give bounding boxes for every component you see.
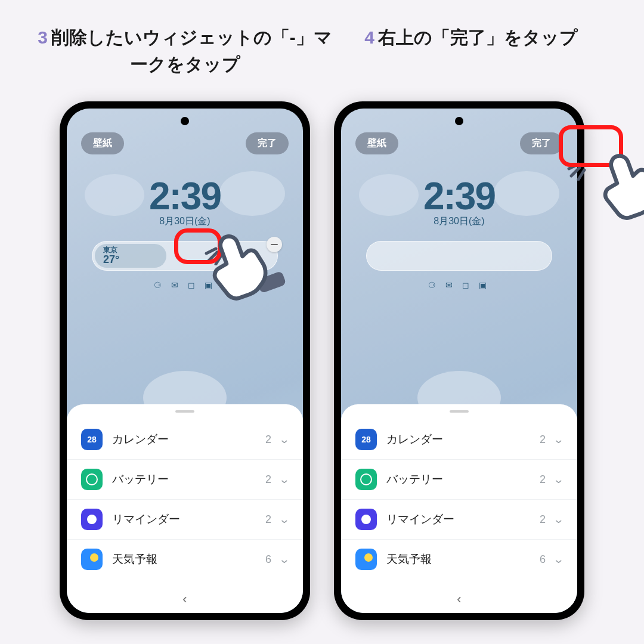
reminder-icon [81, 509, 103, 530]
nav-back-icon[interactable]: ‹ [341, 592, 577, 607]
phone-screen: 壁紙 完了 2:39 8月30日(金) 東京 27° ⚆ ✉ ◻ ▣ 28 [67, 109, 303, 613]
list-label: リマインダー [112, 512, 265, 527]
list-item[interactable]: 28 カレンダー 2 ⌄ [341, 420, 577, 460]
chevron-down-icon: ⌄ [278, 513, 290, 526]
weather-chip: 東京 27° [95, 244, 166, 268]
calendar-icon: 28 [81, 429, 103, 450]
done-button[interactable]: 完了 [520, 132, 563, 154]
weather-app-icon [81, 549, 103, 570]
clock-widget: 2:39 8月30日(金) [341, 174, 577, 228]
tap-pointer-icon [191, 212, 286, 309]
list-count: 2 [265, 473, 271, 486]
empty-widget-slot[interactable] [366, 241, 552, 271]
step-text: 右上の「完了」をタップ [378, 27, 578, 47]
reminder-icon [355, 509, 377, 530]
chevron-down-icon: ⌄ [553, 553, 565, 566]
chevron-down-icon: ⌄ [553, 433, 565, 446]
list-count: 2 [540, 513, 546, 526]
chevron-down-icon: ⌄ [553, 473, 565, 486]
weather-temp: 27° [103, 254, 166, 266]
list-count: 2 [265, 434, 271, 446]
list-count: 2 [540, 434, 546, 446]
list-item[interactable]: バッテリー 2 ⌄ [67, 460, 303, 500]
camera-notch [181, 117, 189, 125]
list-label: バッテリー [386, 472, 540, 487]
list-label: カレンダー [386, 432, 540, 447]
list-label: リマインダー [386, 512, 540, 527]
step-number: 3 [38, 27, 48, 47]
drag-handle-icon[interactable] [450, 410, 469, 413]
list-count: 2 [540, 473, 546, 486]
weather-app-icon [355, 549, 377, 570]
wallpaper-button[interactable]: 壁紙 [355, 132, 398, 154]
list-label: 天気予報 [386, 552, 540, 567]
step3-caption: 3削除したいウィジェットの「-」マークをタップ [36, 24, 334, 78]
clock-time: 2:39 [341, 174, 577, 218]
phone-step4: 壁紙 完了 2:39 8月30日(金) ⚆ ✉ ◻ ▣ 28 カレンダー 2 ⌄ [334, 101, 584, 620]
list-item[interactable]: 天気予報 6 ⌄ [341, 540, 577, 579]
step4-caption: 4右上の「完了」をタップ [340, 24, 602, 51]
notification-icons-row: ⚆ ✉ ◻ ▣ [341, 280, 577, 290]
phone-screen: 壁紙 完了 2:39 8月30日(金) ⚆ ✉ ◻ ▣ 28 カレンダー 2 ⌄ [341, 109, 577, 613]
chevron-down-icon: ⌄ [553, 513, 565, 526]
drag-handle-icon[interactable] [175, 410, 194, 413]
list-item[interactable]: 28 カレンダー 2 ⌄ [67, 420, 303, 460]
weather-city: 東京 [103, 246, 166, 254]
widget-list: 28 カレンダー 2 ⌄ バッテリー 2 ⌄ リマインダー 2 [341, 420, 577, 579]
nav-back-icon[interactable]: ‹ [67, 592, 303, 607]
list-item[interactable]: バッテリー 2 ⌄ [341, 460, 577, 500]
list-label: 天気予報 [112, 552, 265, 567]
list-label: バッテリー [112, 472, 265, 487]
list-item[interactable]: リマインダー 2 ⌄ [341, 500, 577, 540]
clock-date: 8月30日(金) [341, 215, 577, 228]
done-button[interactable]: 完了 [246, 132, 289, 154]
list-count: 6 [540, 553, 546, 566]
list-item[interactable]: 天気予報 6 ⌄ [67, 540, 303, 579]
step-number: 4 [364, 27, 374, 47]
list-label: カレンダー [112, 432, 265, 447]
svg-line-3 [571, 168, 580, 176]
widget-picker-panel[interactable]: 28 カレンダー 2 ⌄ バッテリー 2 ⌄ リマインダー 2 [67, 404, 303, 613]
battery-icon [355, 469, 377, 490]
list-count: 6 [265, 553, 271, 566]
phone-step3: 壁紙 完了 2:39 8月30日(金) 東京 27° ⚆ ✉ ◻ ▣ 28 [60, 101, 310, 620]
chevron-down-icon: ⌄ [278, 553, 290, 566]
list-count: 2 [265, 513, 271, 526]
camera-notch [455, 117, 463, 125]
chevron-down-icon: ⌄ [278, 433, 290, 446]
widget-list: 28 カレンダー 2 ⌄ バッテリー 2 ⌄ リマインダー 2 [67, 420, 303, 579]
widget-picker-panel[interactable]: 28 カレンダー 2 ⌄ バッテリー 2 ⌄ リマインダー 2 [341, 404, 577, 613]
list-item[interactable]: リマインダー 2 ⌄ [67, 500, 303, 540]
tap-pointer-icon [581, 131, 644, 229]
chevron-down-icon: ⌄ [278, 473, 290, 486]
calendar-icon: 28 [355, 429, 377, 450]
step-text: 削除したいウィジェットの「-」マークをタップ [51, 27, 332, 74]
battery-icon [81, 469, 103, 490]
wallpaper-button[interactable]: 壁紙 [81, 132, 124, 154]
